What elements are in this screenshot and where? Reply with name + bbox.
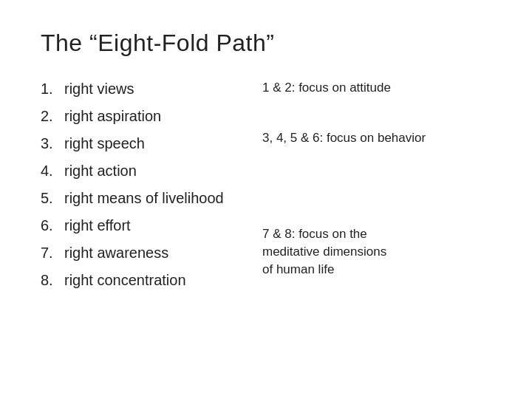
list-number: 1. bbox=[41, 79, 64, 99]
note-2-text: 3, 4, 5 & 6: focus on behavior bbox=[262, 131, 426, 145]
list-text: right effort bbox=[64, 216, 131, 236]
list-number: 4. bbox=[41, 161, 64, 181]
list-section: 1. right views 2. right aspiration 3. ri… bbox=[41, 79, 248, 298]
list-item: 4. right action bbox=[41, 161, 248, 181]
notes-section: 1 & 2: focus on attitude 3, 4, 5 & 6: fo… bbox=[262, 79, 491, 298]
list-number: 3. bbox=[41, 134, 64, 154]
slide-title: The “Eight-Fold Path” bbox=[41, 30, 491, 57]
list-text: right aspiration bbox=[64, 106, 161, 126]
list-number: 2. bbox=[41, 106, 64, 126]
list-text: right views bbox=[64, 79, 134, 99]
list-item: 8. right concentration bbox=[41, 270, 248, 290]
content-area: 1. right views 2. right aspiration 3. ri… bbox=[41, 79, 491, 298]
list-number: 6. bbox=[41, 216, 64, 236]
slide: The “Eight-Fold Path” 1. right views 2. … bbox=[0, 0, 532, 399]
list-item: 7. right awareness bbox=[41, 243, 248, 263]
list-item: 5. right means of livelihood bbox=[41, 188, 248, 208]
note-3: 7 & 8: focus on the meditative dimension… bbox=[262, 225, 386, 278]
list-number: 7. bbox=[41, 243, 64, 263]
list-number: 5. bbox=[41, 188, 64, 208]
note-3-text: 7 & 8: focus on the meditative dimension… bbox=[262, 227, 386, 276]
list-number: 8. bbox=[41, 270, 64, 290]
list-item: 3. right speech bbox=[41, 134, 248, 154]
note-2: 3, 4, 5 & 6: focus on behavior bbox=[262, 129, 426, 147]
note-1: 1 & 2: focus on attitude bbox=[262, 79, 391, 97]
list-text: right concentration bbox=[64, 270, 186, 290]
list-item: 2. right aspiration bbox=[41, 106, 248, 126]
list-text: right awareness bbox=[64, 243, 168, 263]
list-text: right speech bbox=[64, 134, 145, 154]
list-item: 6. right effort bbox=[41, 216, 248, 236]
list-item: 1. right views bbox=[41, 79, 248, 99]
numbered-list: 1. right views 2. right aspiration 3. ri… bbox=[41, 79, 248, 290]
note-1-text: 1 & 2: focus on attitude bbox=[262, 81, 391, 95]
list-text: right action bbox=[64, 161, 137, 181]
list-text: right means of livelihood bbox=[64, 188, 224, 208]
